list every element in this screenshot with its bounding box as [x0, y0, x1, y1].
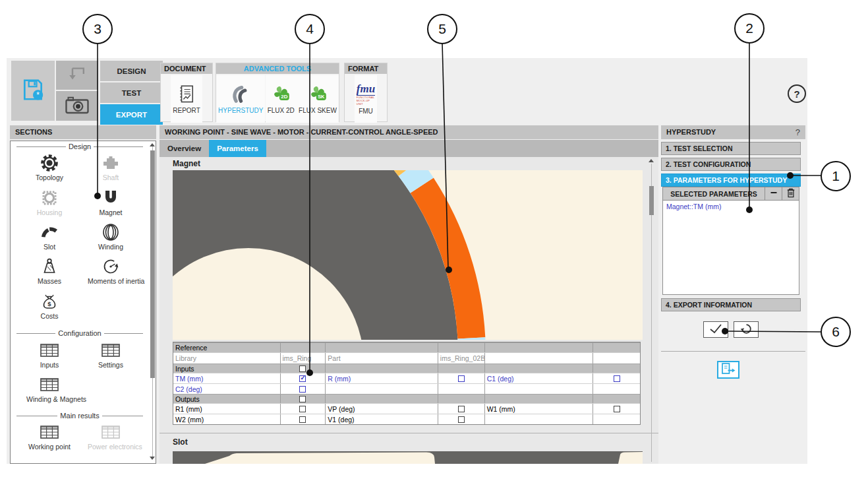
tab-export[interactable]: EXPORT — [100, 104, 163, 125]
hyperstudy-icon — [229, 84, 252, 106]
checkbox[interactable] — [458, 375, 465, 382]
remove-parameter-button[interactable] — [765, 187, 782, 200]
sidebar-item-housing: Housing — [26, 187, 72, 216]
hyperstudy-help-icon[interactable]: ? — [796, 125, 800, 139]
main-tab-overview[interactable]: Overview — [159, 140, 209, 157]
table-cell: C1 (deg) — [484, 373, 593, 383]
checkbox[interactable] — [299, 396, 306, 402]
table-cell — [325, 343, 438, 352]
table-cell — [593, 384, 640, 394]
checkbox-checked[interactable] — [299, 375, 306, 382]
selected-parameter-item[interactable]: Magnet::TM (mm) — [663, 201, 799, 212]
checkbox[interactable] — [299, 406, 306, 412]
table-checkbox-cell — [593, 373, 640, 383]
cell-text[interactable]: R (mm) — [328, 375, 351, 383]
checkbox[interactable] — [458, 406, 465, 412]
checkbox[interactable] — [299, 416, 306, 423]
import-button[interactable] — [56, 61, 98, 90]
topology-icon — [26, 152, 72, 174]
cell-text[interactable]: C2 (deg) — [175, 385, 202, 393]
sidebar-item-label: Costs — [26, 312, 72, 320]
cell-text: Outputs — [175, 395, 200, 403]
sidebar-item-masses[interactable]: Masses — [26, 256, 72, 285]
fmu-button[interactable]: fmuFUNCTIONALMOCK-UPUNITFMU — [355, 75, 377, 123]
table-cell: Reference — [173, 343, 280, 352]
main-scroll-up-icon[interactable] — [649, 159, 654, 162]
hyperstudy-step-1[interactable]: 1. TEST SELECTION — [661, 142, 801, 155]
main-tab-parameters[interactable]: Parameters — [209, 140, 266, 157]
hyperstudy-step-4[interactable]: 4. EXPORT INFORMATION — [661, 298, 801, 311]
report-button[interactable]: REPORT — [171, 75, 202, 123]
sidebar-scroll-up-icon[interactable] — [150, 143, 155, 146]
validate-button[interactable] — [703, 321, 728, 338]
table-cell: W2 (mm) — [173, 414, 280, 424]
save-button[interactable]: * — [11, 61, 55, 121]
flux-2d-button[interactable]: 2DFLUX 2D — [266, 75, 297, 123]
sidebar-item-topology[interactable]: Topology — [26, 152, 72, 181]
table-checkbox-cell — [280, 384, 326, 394]
sidebar-group-header: Design — [16, 143, 143, 150]
sidebar-item-label: Masses — [26, 277, 72, 285]
hyperstudy-title: HYPERSTUDY — [666, 125, 716, 139]
table-cell — [438, 343, 484, 352]
sidebar-item-label: Settings — [88, 361, 134, 369]
sidebar-scrollbar-thumb[interactable] — [150, 150, 155, 378]
hyperstudy-step-3[interactable]: 3. PARAMETERS FOR HYPERSTUDY — [661, 174, 801, 187]
tab-test[interactable]: TEST — [100, 82, 163, 103]
sections-header: SECTIONS — [10, 125, 156, 139]
table-cell — [593, 414, 640, 424]
slot-view-svg — [173, 451, 643, 464]
table-checkbox-cell — [438, 414, 484, 424]
sidebar-item-moments-of-inertia[interactable]: Moments of inertia — [88, 256, 134, 285]
checkbox[interactable] — [614, 406, 620, 412]
toolbar-button-label: HYPERSTUDY — [218, 107, 263, 114]
sidebar-item-power-electronics: Power electronics — [88, 422, 134, 451]
sidebar-item-costs[interactable]: $Costs — [26, 291, 72, 320]
cell-text[interactable]: TM (mm) — [175, 375, 204, 383]
slot-cross-section-view — [173, 451, 643, 464]
delete-all-parameters-button[interactable] — [782, 187, 799, 200]
fmu-icon: fmuFUNCTIONALMOCK-UPUNIT — [357, 83, 375, 106]
table-cell: VP (deg) — [325, 404, 438, 414]
checkbox[interactable] — [458, 416, 465, 423]
table-checkbox-cell — [593, 404, 640, 414]
sidebar-item-slot[interactable]: Slot — [26, 222, 72, 251]
sidebar-group-header: Main results — [16, 412, 143, 420]
checkbox[interactable] — [299, 386, 306, 393]
cell-text: Inputs — [175, 365, 194, 373]
section-divider — [159, 433, 658, 433]
table-cell — [438, 364, 484, 373]
cell-text: Part — [328, 354, 340, 362]
cell-text: VP (deg) — [328, 405, 355, 413]
sidebar-item-magnet[interactable]: Magnet — [88, 187, 134, 216]
svg-text:SK: SK — [318, 94, 325, 100]
minus-icon — [769, 188, 778, 200]
sidebar-item-settings[interactable]: Settings — [88, 340, 134, 369]
hyperstudy-button[interactable]: HYPERSTUDY — [216, 75, 265, 123]
table-cell: W1 (mm) — [484, 404, 593, 414]
table-cell — [325, 384, 438, 394]
sidebar-scroll-down-icon[interactable] — [150, 457, 155, 460]
snapshot-button[interactable] — [56, 91, 98, 121]
help-icon[interactable]: ? — [788, 84, 806, 103]
checkbox[interactable] — [299, 366, 306, 372]
cell-text: W2 (mm) — [175, 416, 204, 424]
flux2d-icon: 2D — [270, 84, 291, 106]
flux-skew-button[interactable]: SKFLUX SKEW — [297, 75, 339, 123]
hyperstudy-step-2[interactable]: 2. TEST CONFIGURATION — [661, 158, 801, 171]
sidebar-item-winding-magnets[interactable]: Winding & Magnets — [26, 374, 72, 403]
table-cell — [484, 395, 593, 403]
table-cell — [593, 364, 640, 373]
export-button[interactable] — [717, 361, 739, 379]
rightpanel-divider — [661, 351, 805, 352]
tab-design[interactable]: DESIGN — [100, 61, 163, 81]
main-scrollbar-thumb[interactable] — [649, 186, 654, 215]
reset-button[interactable] — [734, 321, 759, 338]
selected-parameters-list: Magnet::TM (mm) — [663, 201, 799, 212]
costs-icon: $ — [26, 291, 72, 312]
sidebar-item-inputs[interactable]: Inputs — [26, 340, 72, 369]
checkbox[interactable] — [614, 375, 620, 382]
sidebar-item-working-point[interactable]: Working point — [26, 422, 72, 451]
cell-text[interactable]: C1 (deg) — [487, 375, 514, 383]
sidebar-item-winding[interactable]: Winding — [88, 222, 134, 251]
